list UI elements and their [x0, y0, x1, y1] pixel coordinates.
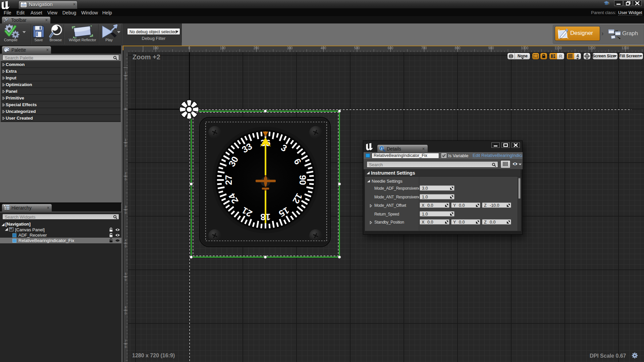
svg-text:i: i — [381, 146, 382, 150]
